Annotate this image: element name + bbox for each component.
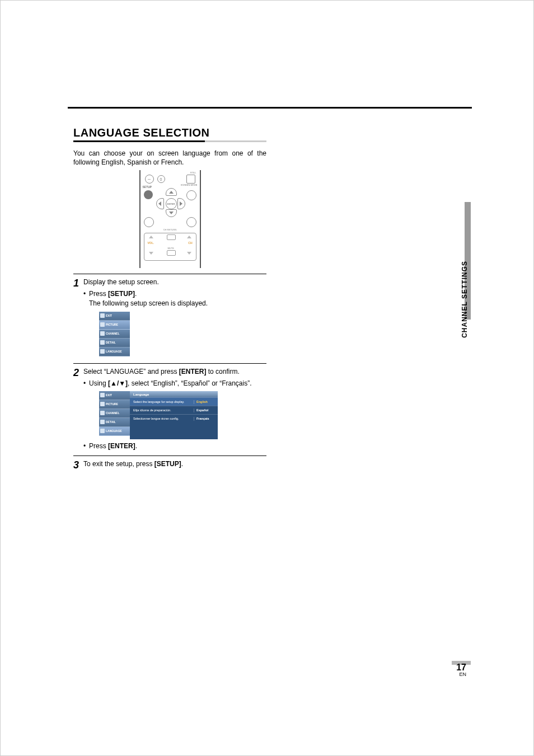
zero-button-icon (157, 175, 165, 183)
picture-icon (100, 402, 105, 406)
menu-row-value: English (194, 400, 218, 405)
step-2-bullet-prefix: Using (89, 379, 108, 387)
language-icon (100, 349, 105, 354)
channel-icon (100, 331, 105, 336)
side-section-label: CHANNEL SETTINGS (461, 261, 469, 338)
menu-row-desc: Select the language for setup display. (130, 400, 194, 405)
step-1-bullet-bold: [SETUP] (108, 290, 135, 298)
menu-item-label: CHANNEL (106, 411, 119, 415)
menu-row-value: Español (194, 408, 218, 413)
vol-down-icon (149, 252, 153, 255)
still-button-icon (186, 175, 195, 184)
menu-item-label: DETAIL (106, 341, 116, 345)
menu-row-desc: Elija idioma de preparación. (130, 408, 194, 413)
menu-panel-header: Language (130, 391, 218, 397)
step-3-text-p2: . (181, 460, 183, 468)
menu-row-value: Français (194, 417, 218, 421)
dpad-left-icon (156, 198, 164, 209)
step-1-bullet-prefix: Press (89, 290, 108, 298)
label-setup: SETUP (143, 185, 152, 189)
step-1-sub: The following setup screen is displayed. (83, 299, 266, 308)
label-mute: MUTE (168, 247, 174, 250)
rule (73, 456, 266, 456)
rule (73, 274, 266, 274)
language-menu-figure: EXIT PICTURE CHANNEL DETAIL LANGUAGE Lan… (99, 391, 218, 439)
step-2-text-bold: [ENTER] (179, 368, 207, 375)
dpad-down-icon (166, 209, 177, 217)
page-number-suffix: EN (456, 672, 466, 677)
ch-return-button-icon (167, 234, 176, 240)
step-1-num: 1 (73, 278, 83, 358)
dpad-right-icon (177, 198, 185, 209)
enter-button-icon: ENTER (166, 198, 177, 209)
dpad-up-icon (166, 188, 177, 196)
step-1-text: Display the setup screen. (83, 278, 159, 286)
minus-button-icon (145, 175, 154, 184)
detail-icon (100, 420, 105, 424)
step-1: 1 Display the setup screen. Press [SETUP… (73, 278, 266, 358)
step-2-bullet-bold: [▲/▼] (108, 379, 128, 387)
info-button-icon (186, 217, 196, 227)
screen-mode-button-icon (186, 190, 196, 200)
label-still: STILL (190, 171, 196, 174)
step-3-text-p1: To exit the setup, press (83, 460, 154, 468)
menu-item-label: PICTURE (106, 323, 118, 327)
menu-item-label: LANGUAGE (106, 350, 122, 354)
rule (73, 363, 266, 364)
exit-icon (100, 313, 105, 318)
step-2-bullet2-suffix: . (135, 442, 137, 450)
menu-item-label: LANGUAGE (106, 429, 122, 433)
intro-text: You can choose your on screen language f… (73, 149, 266, 167)
channel-icon (100, 411, 105, 415)
mute-button-icon (167, 250, 176, 256)
label-ch: CH (188, 241, 192, 245)
step-2-bullet2-prefix: Press (89, 442, 108, 450)
step-1-bullet-suffix: . (135, 290, 137, 298)
ch-down-icon (187, 252, 191, 255)
setup-button-icon (144, 190, 153, 199)
section-title: LANGUAGE SELECTION (73, 126, 266, 139)
dpad-icon: ENTER (156, 188, 185, 217)
picture-icon (100, 322, 105, 327)
language-icon (100, 429, 105, 433)
menu-item-label: PICTURE (106, 402, 118, 406)
menu-item-label: EXIT (106, 393, 112, 397)
menu-item-label: DETAIL (106, 420, 116, 424)
menu-item-label: CHANNEL (106, 332, 119, 336)
exit-icon (100, 393, 105, 397)
back-button-icon (144, 217, 154, 227)
remote-figure: STILL SETUP SCREEN MODE ENTER CH RETURN … (139, 170, 201, 268)
label-screen-mode: SCREEN MODE (181, 184, 198, 186)
step-2-bullet-suffix: , select “English”, “Español” or “França… (128, 379, 251, 387)
step-3: 3 To exit the setup, press [SETUP]. (73, 459, 266, 470)
step-2-text-p1: Select “LANGUAGE” and press (83, 368, 179, 375)
step-3-num: 3 (73, 459, 83, 470)
step-3-text-bold: [SETUP] (154, 460, 181, 468)
detail-icon (100, 340, 105, 345)
menu-row-desc: Sélectionner langue écran config. (130, 417, 194, 421)
step-2-num: 2 (73, 367, 83, 451)
setup-menu-small-figure: EXIT PICTURE CHANNEL DETAIL LANGUAGE (99, 312, 130, 356)
step-2-text-p2: to confirm. (206, 368, 239, 375)
step-2: 2 Select “LANGUAGE” and press [ENTER] to… (73, 367, 266, 451)
page-number: 17 EN (456, 663, 466, 677)
label-ch-return: CH RETURN (140, 228, 200, 231)
ch-up-icon (187, 236, 191, 238)
label-vol: VOL. (148, 241, 154, 245)
page-number-value: 17 (456, 663, 466, 672)
vol-up-icon (149, 236, 153, 238)
step-2-bullet2-bold: [ENTER] (108, 442, 135, 450)
top-rule (68, 107, 472, 109)
title-underline (73, 140, 266, 142)
menu-item-label: EXIT (106, 314, 112, 318)
